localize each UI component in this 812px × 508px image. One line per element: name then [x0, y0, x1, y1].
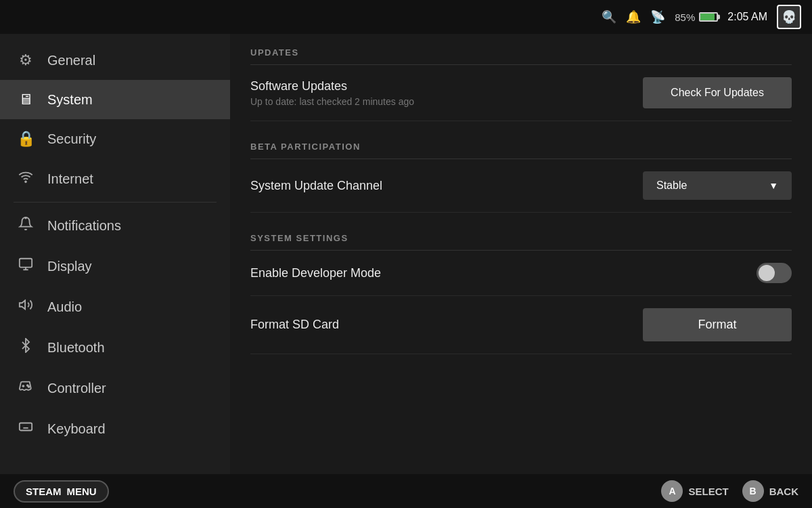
system-settings-section: SYSTEM SETTINGS Enable Developer Mode Fo… — [250, 233, 792, 354]
channel-dropdown[interactable]: Stable ▼ — [643, 171, 792, 200]
select-label: SELECT — [688, 486, 728, 497]
main-layout: ⚙ General 🖥 System 🔒 Security Internet — [0, 34, 812, 474]
sidebar: ⚙ General 🖥 System 🔒 Security Internet — [0, 34, 230, 474]
sidebar-item-keyboard[interactable]: Keyboard — [0, 408, 230, 449]
format-sd-label: Format SD Card — [250, 318, 339, 332]
sidebar-item-system[interactable]: 🖥 System — [0, 80, 230, 119]
select-action: A SELECT — [661, 480, 728, 502]
sidebar-item-security[interactable]: 🔒 Security — [0, 119, 230, 158]
developer-mode-toggle[interactable] — [757, 263, 792, 283]
sidebar-label-display: Display — [47, 259, 92, 274]
format-button[interactable]: Format — [643, 308, 792, 341]
developer-mode-row: Enable Developer Mode — [250, 251, 792, 296]
check-updates-button[interactable]: Check For Updates — [643, 77, 792, 108]
sidebar-item-controller[interactable]: Controller — [0, 368, 230, 408]
updates-section: UPDATES Software Updates Up to date: las… — [250, 47, 792, 121]
sidebar-label-general: General — [47, 53, 95, 68]
sidebar-label-system: System — [47, 92, 93, 108]
speaker-icon — [16, 297, 35, 316]
sidebar-label-notifications: Notifications — [47, 218, 121, 234]
bottom-actions: A SELECT B BACK — [661, 480, 798, 502]
back-action: B BACK — [742, 480, 798, 502]
updates-header: UPDATES — [250, 47, 792, 65]
sidebar-item-display[interactable]: Display — [0, 246, 230, 287]
gamepad-icon — [16, 379, 35, 398]
keyboard-icon — [16, 419, 35, 438]
bluetooth-icon — [16, 338, 35, 357]
software-updates-label: Software Updates — [250, 79, 414, 93]
sidebar-item-audio[interactable]: Audio — [0, 287, 230, 327]
sidebar-label-bluetooth: Bluetooth — [47, 340, 105, 356]
sidebar-item-notifications[interactable]: Notifications — [0, 205, 230, 246]
channel-value: Stable — [656, 179, 687, 192]
back-label: BACK — [769, 486, 798, 497]
sidebar-item-general[interactable]: ⚙ General — [0, 41, 230, 80]
update-channel-label: System Update Channel — [250, 179, 382, 193]
sidebar-label-security: Security — [47, 131, 96, 147]
sidebar-item-bluetooth[interactable]: Bluetooth — [0, 327, 230, 368]
monitor-icon — [16, 257, 35, 276]
clock: 2:05 AM — [727, 11, 767, 23]
wifi-icon — [16, 169, 35, 188]
bottombar: STEAM MENU A SELECT B BACK — [0, 474, 812, 508]
battery-status: 85% — [675, 12, 718, 23]
beta-header: BETA PARTICIPATION — [250, 142, 792, 159]
gear-icon: ⚙ — [16, 51, 35, 69]
toggle-knob — [759, 265, 775, 281]
svg-rect-2 — [20, 259, 32, 268]
beta-section: BETA PARTICIPATION System Update Channel… — [250, 142, 792, 213]
sidebar-divider — [14, 202, 217, 203]
a-button: A — [661, 480, 683, 502]
lock-icon: 🔒 — [16, 130, 35, 148]
format-sd-row: Format SD Card Format — [250, 296, 792, 354]
avatar[interactable]: 💀 — [777, 5, 801, 29]
sidebar-item-internet[interactable]: Internet — [0, 158, 230, 199]
developer-mode-label: Enable Developer Mode — [250, 266, 381, 280]
bell-icon — [16, 216, 35, 235]
battery-percent: 85% — [675, 12, 695, 23]
display-icon: 🖥 — [16, 91, 35, 108]
sidebar-label-audio: Audio — [47, 299, 82, 315]
rss-icon: 📡 — [650, 9, 665, 24]
svg-marker-5 — [20, 301, 25, 310]
sidebar-label-controller: Controller — [47, 381, 106, 396]
sidebar-label-keyboard: Keyboard — [47, 421, 106, 437]
notification-icon[interactable]: 🔔 — [626, 9, 641, 24]
steam-label: STEAM — [26, 486, 62, 497]
system-settings-header: SYSTEM SETTINGS — [250, 233, 792, 251]
menu-label: MENU — [67, 486, 97, 497]
topbar: 🔍 🔔 📡 85% 2:05 AM 💀 — [0, 0, 812, 34]
steam-menu-button[interactable]: STEAM MENU — [14, 480, 109, 503]
software-updates-row: Software Updates Up to date: last checke… — [250, 65, 792, 121]
battery-icon — [699, 12, 718, 22]
content-area: UPDATES Software Updates Up to date: las… — [230, 34, 812, 474]
b-button: B — [742, 480, 764, 502]
svg-point-0 — [25, 181, 26, 182]
svg-point-1 — [25, 217, 26, 219]
svg-rect-10 — [20, 423, 32, 431]
svg-point-9 — [28, 386, 30, 387]
sidebar-label-internet: Internet — [47, 171, 93, 187]
search-icon[interactable]: 🔍 — [602, 9, 616, 24]
software-updates-left: Software Updates Up to date: last checke… — [250, 79, 414, 107]
update-channel-row: System Update Channel Stable ▼ — [250, 159, 792, 213]
chevron-down-icon: ▼ — [769, 180, 778, 191]
software-updates-status: Up to date: last checked 2 minutes ago — [250, 96, 414, 107]
